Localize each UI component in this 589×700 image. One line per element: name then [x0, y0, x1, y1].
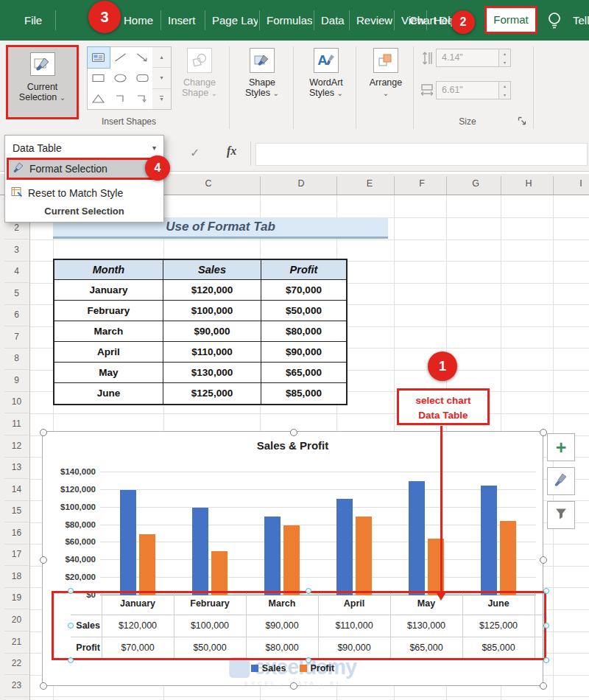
- shape-elbow-connector[interactable]: [110, 88, 132, 109]
- chart-selection-handle[interactable]: [40, 682, 47, 690]
- tab-home[interactable]: Home: [124, 0, 153, 41]
- tab-review[interactable]: Review: [356, 0, 392, 41]
- chart-selection-handle[interactable]: [40, 556, 47, 564]
- shape-elbow-arrow-connector[interactable]: [131, 88, 153, 109]
- chart-selection-handle[interactable]: [40, 429, 47, 436]
- shape-textbox[interactable]: [88, 47, 110, 68]
- tab-format[interactable]: Format: [484, 6, 537, 34]
- data-table-selection-handle[interactable]: [68, 623, 74, 629]
- row-header-8[interactable]: 8: [4, 348, 29, 370]
- chart-bar-sales-april[interactable]: [336, 499, 353, 595]
- row-header-11[interactable]: 11: [4, 413, 29, 435]
- chart-filters-button[interactable]: [547, 501, 575, 529]
- data-table-selection-handle[interactable]: [543, 588, 549, 594]
- legend-item-sales[interactable]: Sales: [251, 663, 286, 673]
- change-shape-button[interactable]: Change Shape ⌄: [175, 46, 224, 98]
- row-header-12[interactable]: 12: [4, 435, 29, 458]
- gallery-more-button[interactable]: ▾: [152, 89, 171, 109]
- row-header-23[interactable]: 23: [4, 675, 29, 697]
- tab-tell-me[interactable]: Tell me: [573, 0, 589, 41]
- chart-bar-profit-march[interactable]: [283, 525, 300, 595]
- chart-bar-sales-june[interactable]: [481, 486, 497, 595]
- column-header-c[interactable]: C: [190, 174, 227, 194]
- data-table-selection-handle[interactable]: [306, 657, 311, 663]
- legend-item-profit[interactable]: Profit: [300, 663, 335, 673]
- column-header-f[interactable]: F: [403, 174, 440, 194]
- row-header-19[interactable]: 19: [4, 587, 29, 609]
- tab-page-layout[interactable]: Page Layout: [212, 0, 258, 41]
- formula-input[interactable]: [255, 143, 588, 166]
- column-header-g[interactable]: G: [457, 174, 494, 194]
- shape-rounded-rectangle[interactable]: [131, 68, 153, 88]
- row-header-17[interactable]: 17: [4, 544, 29, 566]
- data-table-selection-handle[interactable]: [68, 657, 74, 663]
- chart-title[interactable]: Sales & Profit: [43, 439, 543, 452]
- shape-line[interactable]: [110, 47, 132, 68]
- column-header-i[interactable]: I: [562, 174, 589, 194]
- data-table-selection-handle[interactable]: [306, 588, 311, 594]
- shape-oval[interactable]: [110, 68, 132, 88]
- row-header-18[interactable]: 18: [4, 566, 29, 588]
- lightbulb-icon[interactable]: [546, 11, 562, 33]
- tab-insert[interactable]: Insert: [168, 0, 196, 41]
- data-table-selection-handle[interactable]: [68, 588, 74, 594]
- row-header-9[interactable]: 9: [4, 370, 29, 392]
- chart-bar-profit-january[interactable]: [139, 534, 155, 596]
- wordart-styles-button[interactable]: A WordArt Styles ⌄: [297, 46, 355, 98]
- shape-triangle[interactable]: [88, 88, 110, 109]
- fx-icon[interactable]: fx: [227, 144, 236, 158]
- tab-data[interactable]: Data: [321, 0, 345, 41]
- height-spinner[interactable]: ▴▾: [498, 49, 511, 67]
- size-dialog-launcher-icon[interactable]: [518, 115, 526, 128]
- row-header-22[interactable]: 22: [4, 653, 29, 675]
- chart-element-combo[interactable]: Data Table ▾: [13, 139, 158, 157]
- row-header-10[interactable]: 10: [4, 391, 29, 413]
- gallery-scroll-down[interactable]: ▾: [152, 68, 171, 88]
- row-header-16[interactable]: 16: [4, 522, 29, 545]
- data-table-selection-handle[interactable]: [543, 623, 549, 629]
- chart-selection-handle[interactable]: [540, 429, 547, 436]
- row-header-6[interactable]: 6: [4, 304, 29, 326]
- data-table-selection-handle[interactable]: [543, 657, 549, 663]
- row-header-15[interactable]: 15: [4, 500, 29, 522]
- row-header-20[interactable]: 20: [4, 609, 29, 631]
- chart-bar-profit-june[interactable]: [500, 521, 516, 595]
- chart-object[interactable]: Sales & Profit exceldemy EXCEL - DATA - …: [42, 431, 543, 686]
- chart-selection-handle[interactable]: [290, 682, 297, 690]
- shape-rectangle[interactable]: [88, 68, 110, 88]
- chart-selection-handle[interactable]: [540, 556, 547, 564]
- row-header-3[interactable]: 3: [4, 239, 29, 262]
- column-header-h[interactable]: H: [510, 174, 547, 194]
- row-header-14[interactable]: 14: [4, 479, 29, 501]
- chart-selection-handle[interactable]: [290, 429, 297, 436]
- chart-bar-profit-april[interactable]: [356, 517, 372, 595]
- chart-bar-sales-may[interactable]: [409, 481, 425, 595]
- shape-styles-button[interactable]: Shape Styles ⌄: [234, 46, 290, 98]
- column-header-d[interactable]: D: [283, 174, 320, 194]
- format-selection-item[interactable]: Format Selection: [7, 158, 159, 180]
- row-header-13[interactable]: 13: [4, 457, 29, 479]
- shape-height-field[interactable]: 4.14": [436, 49, 499, 67]
- gallery-scroll-up[interactable]: ▴: [152, 47, 171, 68]
- reset-to-match-style-item[interactable]: Reset to Match Style: [9, 183, 162, 203]
- chart-bar-sales-march[interactable]: [264, 517, 281, 595]
- source-data-table[interactable]: MonthSalesProfitJanuary$120,000$70,000Fe…: [53, 259, 348, 405]
- column-header-e[interactable]: E: [351, 174, 388, 194]
- row-header-21[interactable]: 21: [4, 631, 29, 654]
- dropdown-arrow-icon[interactable]: ▾: [152, 139, 156, 157]
- row-header-5[interactable]: 5: [4, 283, 29, 305]
- chart-selection-handle[interactable]: [540, 682, 547, 690]
- shape-arrow[interactable]: [131, 47, 153, 68]
- chart-bar-sales-january[interactable]: [120, 490, 136, 595]
- chart-legend[interactable]: SalesProfit: [43, 663, 543, 673]
- row-header-7[interactable]: 7: [4, 326, 29, 349]
- tab-file[interactable]: File: [24, 0, 42, 41]
- width-spinner[interactable]: ▴▾: [498, 81, 511, 99]
- shape-width-field[interactable]: 6.61": [436, 81, 499, 99]
- current-selection-button[interactable]: Current Selection ⌄: [6, 45, 79, 119]
- enter-check-icon[interactable]: ✓: [190, 146, 200, 160]
- chart-bar-sales-february[interactable]: [192, 508, 208, 595]
- chart-styles-button[interactable]: [547, 467, 575, 495]
- chart-elements-button[interactable]: +: [547, 433, 575, 461]
- tab-formulas[interactable]: Formulas: [267, 0, 312, 41]
